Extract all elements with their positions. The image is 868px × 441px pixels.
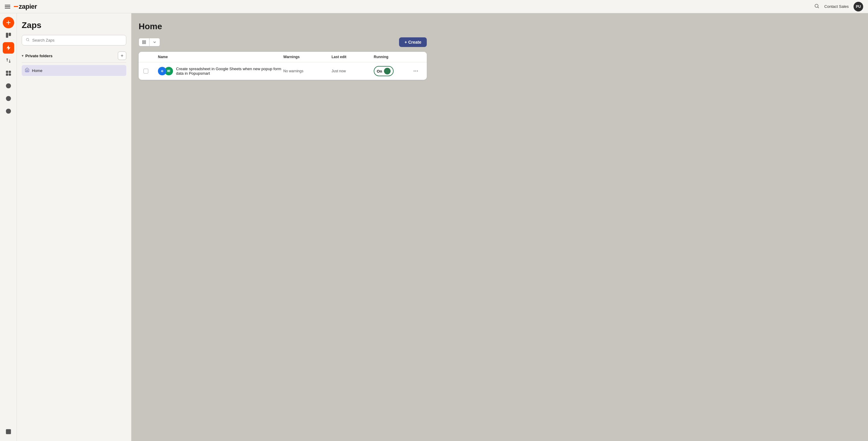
icon-sidebar <box>0 13 17 220</box>
folders-section: ▾ Private folders + Home <box>22 52 126 76</box>
svg-rect-18 <box>144 42 146 44</box>
logo-dash <box>14 6 18 7</box>
running-label: On <box>377 69 382 73</box>
row-app-icons <box>158 67 173 75</box>
layout: Zaps ▾ Private folders + <box>0 0 434 220</box>
hamburger-menu[interactable] <box>5 5 10 8</box>
svg-rect-7 <box>9 74 10 75</box>
svg-rect-4 <box>6 71 8 73</box>
zap-table-header: Name Warnings Last edit Running <box>138 52 427 62</box>
create-button[interactable] <box>3 17 14 28</box>
sidebar-item-explore[interactable] <box>3 93 14 104</box>
logo-text: zapier <box>19 3 37 10</box>
folder-item-home[interactable]: Home <box>22 65 126 76</box>
sidebar-item-help[interactable] <box>3 105 14 117</box>
col-warnings: Warnings <box>283 55 332 59</box>
col-running: Running <box>374 55 410 59</box>
table-row: Create spreadsheet in Google Sheets when… <box>138 62 427 80</box>
zap-table: Name Warnings Last edit Running <box>138 52 427 80</box>
main-title: Home <box>138 22 427 31</box>
view-toggle-dropdown[interactable] <box>150 38 160 46</box>
folder-divider <box>22 62 126 63</box>
folder-icon <box>25 67 30 73</box>
folders-collapse[interactable]: ▾ Private folders <box>22 54 53 58</box>
header-left: zapier <box>5 3 37 10</box>
svg-rect-3 <box>9 33 10 36</box>
app-icon-popupsmart <box>158 67 166 75</box>
row-checkbox-cell <box>144 69 158 73</box>
col-actions <box>410 55 422 59</box>
header: zapier Contact Sales PU <box>0 0 434 13</box>
svg-point-13 <box>26 38 29 41</box>
logo: zapier <box>14 3 37 10</box>
svg-rect-16 <box>144 41 146 42</box>
add-folder-button[interactable]: + <box>118 52 126 60</box>
svg-rect-17 <box>143 42 144 44</box>
view-toggle-grid[interactable] <box>139 38 150 46</box>
svg-rect-6 <box>6 74 8 75</box>
search-box-icon <box>26 38 30 43</box>
svg-rect-5 <box>9 71 10 73</box>
svg-rect-2 <box>6 33 8 38</box>
sidebar-item-zaps[interactable] <box>3 42 14 54</box>
panel-title: Zaps <box>22 21 126 30</box>
folder-name-home: Home <box>32 68 42 73</box>
row-more-button[interactable]: ··· <box>410 68 422 74</box>
view-toggle <box>138 38 160 46</box>
sidebar-item-apps[interactable] <box>3 67 14 79</box>
left-panel: Zaps ▾ Private folders + <box>17 13 131 220</box>
svg-rect-27 <box>168 70 169 72</box>
main-content: Home + Create <box>131 13 434 220</box>
svg-point-21 <box>161 70 162 71</box>
svg-line-14 <box>28 40 29 41</box>
folders-header: ▾ Private folders + <box>22 52 126 60</box>
svg-rect-26 <box>167 70 167 72</box>
row-zap-name[interactable]: Create spreadsheet in Google Sheets when… <box>176 67 283 75</box>
toolbar-left <box>138 38 160 46</box>
col-name: Name <box>158 55 283 59</box>
create-zap-button[interactable]: + Create <box>399 37 427 47</box>
sidebar-item-history[interactable] <box>3 80 14 92</box>
search-box[interactable] <box>22 35 126 45</box>
row-warnings: No warnings <box>283 69 332 73</box>
toggle-circle <box>384 68 391 74</box>
running-toggle[interactable]: On <box>374 66 394 76</box>
row-checkbox[interactable] <box>144 69 148 73</box>
row-last-edit: Just now <box>332 69 374 73</box>
sidebar-item-transfer[interactable] <box>3 55 14 66</box>
row-name-cell: Create spreadsheet in Google Sheets when… <box>158 67 283 75</box>
svg-rect-15 <box>143 41 144 42</box>
col-checkbox <box>144 55 158 59</box>
toolbar: + Create <box>138 37 427 47</box>
search-input[interactable] <box>32 38 122 42</box>
folders-chevron: ▾ <box>22 54 24 58</box>
col-last-edit: Last edit <box>332 55 374 59</box>
folders-label: Private folders <box>25 54 53 58</box>
sidebar-item-kanban[interactable] <box>3 30 14 41</box>
row-running-cell: On <box>374 66 410 76</box>
